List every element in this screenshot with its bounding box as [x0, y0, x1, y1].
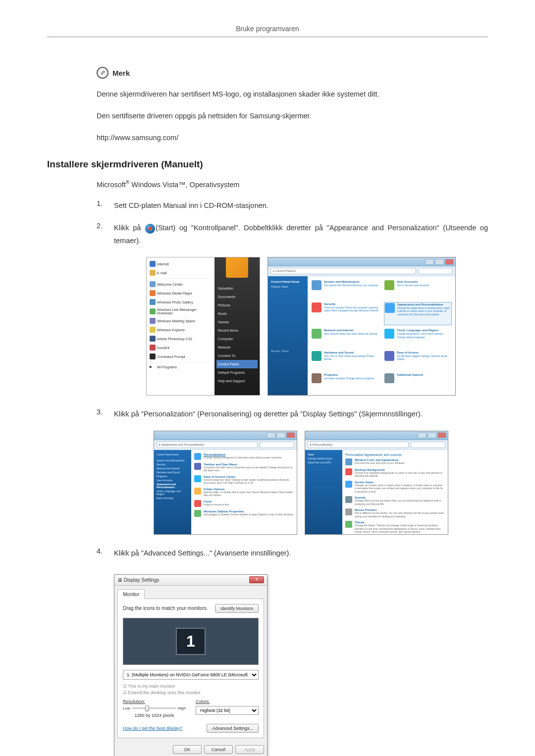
resolution-value: 1280 by 1024 pixels [123, 713, 186, 718]
screenshot-personalization: ▸ Personalization Tasks Change desktop i… [305, 431, 448, 535]
resolution-label: Resolution: [123, 699, 186, 704]
cancel-button[interactable]: Cancel [204, 745, 233, 754]
note-url: http://www.samsung.com/ [97, 131, 488, 144]
extend-desktop-checkbox: ☑ Extend the desktop onto this monitor [123, 690, 259, 695]
os-intro: Microsoft® Windows Vista™, Operativsyste… [97, 180, 488, 189]
step-2: 2. Klikk på (Start) og "Kontrollpanel". … [97, 222, 488, 247]
step-1: 1. Sett CD-platen Manual inn i CD-ROM-st… [97, 200, 488, 212]
advanced-settings-button[interactable]: Advanced Settings... [207, 724, 259, 733]
monitor-1-icon[interactable]: 1 [176, 628, 206, 655]
monitor-select[interactable]: 1. (Multiple Monitors) on NVIDIA GeForce… [123, 670, 259, 680]
note-paragraph-1: Denne skjermdriveren har sertifisert MS-… [97, 88, 488, 101]
drag-instruction: Drag the icons to match your monitors. [123, 605, 208, 611]
identify-monitors-button[interactable]: Identify Monitors [215, 604, 259, 613]
note-section: Merk Denne skjermdriveren har sertifiser… [97, 67, 488, 144]
monitor-tab[interactable]: Monitor [117, 589, 145, 599]
monitor-preview-area[interactable]: 1 [123, 618, 259, 665]
page-header: Bruke programvaren [47, 25, 488, 37]
main-monitor-checkbox: ☑ This is my main monitor [123, 684, 259, 689]
dialog-title: 🖥 Display Settings [117, 577, 159, 583]
figure-step4: 🖥 Display Settings ✕ Monitor Drag the ic… [97, 569, 488, 756]
figure-step2: Internet E-mail Welcome Center Windows M… [114, 257, 488, 396]
colors-label: Colors: [196, 699, 259, 704]
screenshot-appearance-personalization: ▸ Appearance and Personalization Control… [154, 431, 297, 535]
screenshot-display-settings: 🖥 Display Settings ✕ Monitor Drag the ic… [114, 574, 268, 756]
resolution-slider[interactable]: Low High [123, 706, 186, 710]
note-label: Merk [112, 69, 130, 77]
colors-select[interactable]: Highest (32 bit) [196, 706, 259, 715]
step-4: 4. Klikk på "Advanced Settings..." (Avan… [97, 547, 488, 559]
screenshot-control-panel: ▸ Control Panel ▸ Control Panel Home Cla… [268, 257, 456, 396]
close-button[interactable]: ✕ [249, 576, 264, 583]
start-orb-icon [145, 224, 155, 234]
note-paragraph-2: Den sertifiserte driveren oppgis på nett… [97, 109, 488, 122]
screenshot-start-menu: Internet E-mail Welcome Center Windows M… [146, 257, 260, 396]
apply-button[interactable]: Apply [235, 745, 264, 754]
ok-button[interactable]: OK [173, 745, 202, 754]
help-link[interactable]: How do I get the best display? [123, 726, 183, 731]
figure-step3: ▸ Appearance and Personalization Control… [114, 431, 488, 535]
note-icon [97, 67, 108, 79]
section-heading-install-manual: Installere skjermdriveren (Manuelt) [47, 159, 488, 170]
step-3: 3. Klikk på "Personalization" (Personali… [97, 408, 488, 420]
